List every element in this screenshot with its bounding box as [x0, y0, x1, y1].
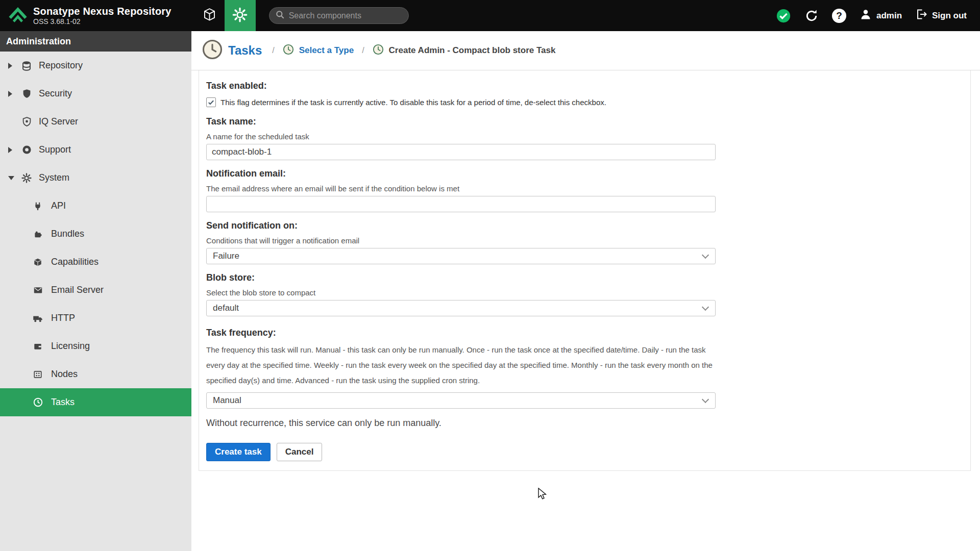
- task-name-help: A name for the scheduled task: [206, 132, 970, 141]
- chevron-down-icon: [702, 251, 709, 258]
- sign-out-icon: [915, 8, 927, 23]
- nodes-icon: [32, 370, 44, 379]
- admin-sidebar: Administration Repository Security: [0, 31, 191, 551]
- sidebar-item-capabilities[interactable]: Capabilities: [0, 248, 191, 276]
- sidebar-item-label: Email Server: [51, 285, 104, 295]
- chevron-down-icon: [702, 395, 709, 403]
- task-type-icon: [373, 44, 384, 57]
- chevron-down-icon: [702, 303, 709, 310]
- form-buttons: Create task Cancel: [206, 443, 970, 461]
- task-form-panel: Task enabled: This flag determines if th…: [199, 70, 971, 471]
- logo-wrap: Sonatype Nexus Repository OSS 3.68.1-02: [0, 5, 172, 27]
- clock-icon: [32, 397, 44, 407]
- help-button[interactable]: ?: [832, 9, 846, 23]
- blob-store-select[interactable]: default: [206, 300, 716, 316]
- task-frequency-select[interactable]: Manual: [206, 392, 716, 409]
- search-box: [269, 7, 409, 24]
- sidebar-item-support[interactable]: Support: [0, 136, 191, 164]
- sidebar-item-label: HTTP: [51, 313, 75, 323]
- chevron-right-icon: [8, 63, 12, 69]
- sidebar-item-security[interactable]: Security: [0, 80, 191, 108]
- sidebar-item-label: Bundles: [51, 229, 84, 239]
- wallet-icon: [32, 342, 44, 351]
- user-label: admin: [876, 11, 902, 21]
- browse-mode-button[interactable]: [195, 0, 225, 31]
- status-check-icon[interactable]: [776, 8, 791, 23]
- send-notification-select[interactable]: Failure: [206, 248, 716, 264]
- search-icon: [276, 10, 285, 21]
- sidebar-item-label: IQ Server: [39, 116, 78, 127]
- notification-email-label: Notification email:: [206, 168, 970, 179]
- breadcrumb-separator: /: [272, 46, 274, 55]
- task-frequency-help: The frequency this task will run. Manual…: [206, 342, 722, 388]
- breadcrumb-separator: /: [362, 46, 364, 55]
- send-notification-value: Failure: [213, 251, 239, 261]
- task-frequency-label: Task frequency:: [206, 328, 970, 338]
- task-frequency-value: Manual: [213, 395, 241, 406]
- sidebar-item-tasks[interactable]: Tasks: [0, 388, 191, 416]
- app-title: Sonatype Nexus Repository: [33, 6, 172, 17]
- breadcrumb: Tasks / Select a Type / Create Admin - C…: [191, 31, 980, 70]
- send-notification-help: Conditions that will trigger a notificat…: [206, 236, 970, 245]
- sidebar-item-label: Tasks: [51, 397, 75, 408]
- header-right: ? admin Sign out: [776, 8, 980, 23]
- sidebar-item-api[interactable]: API: [0, 192, 191, 220]
- sonatype-logo-icon: [8, 5, 28, 27]
- create-task-button[interactable]: Create task: [206, 443, 271, 461]
- sidebar-item-repository[interactable]: Repository: [0, 52, 191, 80]
- sidebar-item-iq-server[interactable]: IQ Server: [0, 108, 191, 136]
- sidebar-item-bundles[interactable]: Bundles: [0, 220, 191, 248]
- sidebar-item-label: Licensing: [51, 341, 90, 352]
- user-menu[interactable]: admin: [860, 8, 902, 23]
- breadcrumb-current: Create Admin - Compact blob store Task: [389, 45, 556, 56]
- task-enabled-help: This flag determines if the task is curr…: [220, 98, 606, 107]
- iq-shield-icon: [20, 117, 33, 127]
- task-enabled-checkbox[interactable]: [206, 97, 216, 107]
- task-type-icon: [283, 44, 294, 57]
- cancel-button[interactable]: Cancel: [277, 443, 323, 461]
- database-icon: [20, 61, 33, 71]
- admin-mode-button[interactable]: [225, 0, 256, 31]
- sidebar-item-label: API: [51, 201, 66, 211]
- search-input[interactable]: [289, 11, 402, 20]
- sidebar-item-email-server[interactable]: Email Server: [0, 276, 191, 304]
- user-icon: [860, 8, 872, 23]
- breadcrumb-tasks-link[interactable]: Tasks: [228, 43, 262, 58]
- task-name-input[interactable]: [206, 144, 716, 160]
- refresh-button[interactable]: [804, 9, 819, 23]
- app-version: OSS 3.68.1-02: [33, 17, 172, 26]
- question-mark-glyph: ?: [836, 10, 842, 21]
- puzzle-icon: [32, 230, 44, 239]
- app-titles: Sonatype Nexus Repository OSS 3.68.1-02: [33, 6, 172, 26]
- life-ring-icon: [20, 145, 33, 155]
- sidebar-item-label: Nodes: [51, 369, 78, 380]
- package-icon: [203, 8, 216, 23]
- mouse-cursor: [537, 488, 549, 501]
- sidebar-item-http[interactable]: HTTP: [0, 304, 191, 332]
- blob-store-value: default: [213, 303, 239, 313]
- shield-icon: [20, 89, 33, 98]
- chevron-right-icon: [8, 147, 12, 153]
- chevron-down-icon: [8, 176, 14, 180]
- envelope-icon: [32, 285, 44, 295]
- task-enabled-label: Task enabled:: [206, 81, 970, 91]
- sidebar-item-label: Repository: [39, 60, 83, 71]
- sidebar-item-label: Security: [39, 88, 72, 99]
- sidebar-item-system[interactable]: System: [0, 164, 191, 192]
- mode-switcher: [195, 0, 256, 31]
- chevron-right-icon: [8, 91, 12, 97]
- sidebar-item-nodes[interactable]: Nodes: [0, 360, 191, 388]
- gear-icon: [232, 7, 248, 24]
- blob-store-help: Select the blob store to compact: [206, 288, 970, 297]
- cube-icon: [32, 258, 44, 267]
- notification-email-input[interactable]: [206, 196, 716, 212]
- breadcrumb-select-type-link[interactable]: Select a Type: [299, 45, 354, 56]
- truck-icon: [32, 313, 44, 323]
- sidebar-item-licensing[interactable]: Licensing: [0, 332, 191, 360]
- blob-store-label: Blob store:: [206, 272, 970, 283]
- gear-icon: [20, 173, 33, 183]
- sign-out-button[interactable]: Sign out: [915, 8, 967, 23]
- sidebar-item-label: Capabilities: [51, 257, 99, 267]
- recurrence-note: Without recurrence, this service can onl…: [206, 418, 970, 429]
- tasks-icon: [202, 39, 223, 62]
